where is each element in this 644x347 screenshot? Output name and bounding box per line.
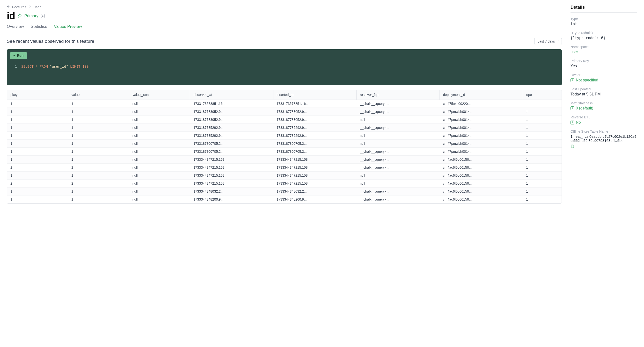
table-cell: 1 bbox=[523, 124, 562, 132]
table-cell: null bbox=[129, 188, 190, 196]
detail-label-owner: Owner bbox=[570, 73, 637, 77]
sort-icon bbox=[557, 39, 560, 43]
col-value[interactable]: value bbox=[68, 90, 129, 100]
table-cell: null bbox=[129, 108, 190, 116]
table-row[interactable]: 11null1733187785292.9...1733187785292.9.… bbox=[7, 124, 562, 132]
table-cell: 1733187800705.2... bbox=[190, 148, 273, 156]
table-cell: 1 bbox=[523, 188, 562, 196]
table-cell: null bbox=[129, 196, 190, 203]
info-icon[interactable]: i bbox=[41, 14, 45, 18]
table-cell: 1733344347215.158 bbox=[190, 180, 273, 188]
table-cell: 1733344348200.9... bbox=[190, 196, 273, 203]
copy-icon[interactable] bbox=[570, 145, 574, 149]
table-row[interactable]: 11null1733187785292.9...1733187785292.9.… bbox=[7, 132, 562, 140]
table-cell: 1 bbox=[523, 100, 562, 108]
table-cell: cm47pmwbh0014... bbox=[440, 140, 523, 148]
col-deployment_id[interactable]: deployment_id bbox=[440, 90, 523, 100]
table-row[interactable]: 22null1733344347215.1581733344347215.158… bbox=[7, 164, 562, 172]
table-cell: 1733344347215.158 bbox=[273, 156, 356, 164]
table-cell: 1 bbox=[68, 156, 129, 164]
col-ope[interactable]: ope bbox=[523, 90, 562, 100]
table-row[interactable]: 11null1733344347215.1581733344347215.158… bbox=[7, 172, 562, 180]
table-row[interactable]: 11null1733187800705.2...1733187800705.2.… bbox=[7, 140, 562, 148]
table-cell: __chalk__.query-i... bbox=[356, 164, 440, 172]
table-cell: 1733344347215.158 bbox=[190, 172, 273, 180]
table-row[interactable]: 11null1733344348200.9...1733344348200.9.… bbox=[7, 196, 562, 203]
table-cell: __chalk__.query-i... bbox=[356, 188, 440, 196]
table-cell: null bbox=[356, 132, 440, 140]
table-cell: __chalk__.query-i... bbox=[356, 196, 440, 203]
col-value_json[interactable]: value_json bbox=[129, 90, 190, 100]
tab-overview[interactable]: Overview bbox=[7, 24, 24, 32]
table-row[interactable]: 11null1733187800705.2...1733187800705.2.… bbox=[7, 148, 562, 156]
table-cell: cm47pmwbh0014... bbox=[440, 132, 523, 140]
play-icon bbox=[12, 54, 16, 57]
col-pkey[interactable]: pkey bbox=[7, 90, 68, 100]
run-button[interactable]: Run bbox=[10, 52, 27, 59]
table-cell: 1733344348032.2... bbox=[273, 188, 356, 196]
table-cell: 1 bbox=[7, 100, 68, 108]
table-cell: 1733344347215.158 bbox=[190, 164, 273, 172]
table-cell: null bbox=[129, 156, 190, 164]
info-icon[interactable]: i bbox=[570, 121, 574, 124]
table-cell: 1733173578851.16... bbox=[273, 100, 356, 108]
table-cell: null bbox=[356, 172, 440, 180]
table-cell: null bbox=[129, 148, 190, 156]
table-cell: cm4ac6f5o00150... bbox=[440, 180, 523, 188]
table-cell: 1733187800705.2... bbox=[190, 140, 273, 148]
tab-statistics[interactable]: Statistics bbox=[31, 24, 47, 32]
table-cell: 1 bbox=[7, 156, 68, 164]
table-cell: 1 bbox=[7, 108, 68, 116]
sql-line: SELECT * FROM "user_id" LIMIT 100 bbox=[21, 64, 88, 68]
info-icon[interactable]: i bbox=[570, 106, 574, 110]
sql-editor[interactable]: 1 SELECT * FROM "user_id" LIMIT 100 bbox=[7, 62, 562, 85]
table-cell: 1733187785292.9... bbox=[273, 124, 356, 132]
table-cell: null bbox=[356, 140, 440, 148]
star-icon[interactable] bbox=[18, 13, 22, 18]
table-row[interactable]: 11null1733344348032.2...1733344348032.2.… bbox=[7, 188, 562, 196]
table-cell: null bbox=[129, 132, 190, 140]
back-icon[interactable] bbox=[7, 5, 10, 9]
table-cell: 1733187785292.9... bbox=[190, 132, 273, 140]
table-cell: null bbox=[129, 172, 190, 180]
table-cell: 1733173578851.16... bbox=[190, 100, 273, 108]
col-resolver_fqn[interactable]: resolver_fqn bbox=[356, 90, 440, 100]
table-row[interactable]: 11null1733187783052.9...1733187783052.9.… bbox=[7, 116, 562, 124]
table-cell: 1 bbox=[523, 108, 562, 116]
query-panel: Run 1 SELECT * FROM "user_id" LIMIT 100 bbox=[7, 49, 562, 85]
detail-value-retl[interactable]: No bbox=[576, 120, 581, 125]
table-row[interactable]: 11null1733173578851.16...1733173578851.1… bbox=[7, 100, 562, 108]
col-inserted_at[interactable]: inserted_at bbox=[273, 90, 356, 100]
table-cell: 1 bbox=[68, 116, 129, 124]
table-cell: 1 bbox=[523, 180, 562, 188]
table-cell: 1733187800705.2... bbox=[273, 140, 356, 148]
breadcrumb-root[interactable]: Features bbox=[12, 5, 26, 9]
table-cell: 1733187785292.9... bbox=[190, 124, 273, 132]
breadcrumb-current[interactable]: user bbox=[34, 5, 40, 9]
col-observed_at[interactable]: observed_at bbox=[190, 90, 273, 100]
detail-value-staleness[interactable]: 0 (default) bbox=[576, 106, 593, 110]
page-title: id bbox=[7, 10, 15, 21]
table-cell: 1 bbox=[523, 196, 562, 203]
detail-value-type: int bbox=[570, 22, 637, 26]
detail-value-owner[interactable]: Not specified bbox=[576, 78, 598, 82]
table-cell: 2 bbox=[68, 164, 129, 172]
table-row[interactable]: 22null1733344347215.1581733344347215.158… bbox=[7, 180, 562, 188]
info-icon[interactable]: i bbox=[570, 78, 574, 82]
table-cell: 1733344347215.158 bbox=[273, 164, 356, 172]
detail-value-offline: 1: feat_ffcaf0eadbbfd7c27c602e1b120a9cf5… bbox=[570, 134, 637, 143]
table-cell: __chalk__.query-i... bbox=[356, 124, 440, 132]
table-cell: 1733187783052.9... bbox=[273, 108, 356, 116]
svg-rect-0 bbox=[572, 145, 574, 148]
table-cell: cm47pmwbh0014... bbox=[440, 108, 523, 116]
table-row[interactable]: 11null1733187783052.9...1733187783052.9.… bbox=[7, 108, 562, 116]
detail-value-namespace[interactable]: user bbox=[570, 50, 637, 54]
date-range-select[interactable]: Last 7 days bbox=[534, 38, 562, 45]
table-cell: 1 bbox=[523, 140, 562, 148]
table-cell: cm4ac6f5o00150... bbox=[440, 156, 523, 164]
table-cell: 1733344347215.158 bbox=[273, 172, 356, 180]
table-row[interactable]: 11null1733344347215.1581733344347215.158… bbox=[7, 156, 562, 164]
table-cell: 1733187783052.9... bbox=[190, 108, 273, 116]
table-cell: cm4ac6f5o00150... bbox=[440, 196, 523, 203]
tab-values-preview[interactable]: Values Preview bbox=[54, 24, 82, 32]
